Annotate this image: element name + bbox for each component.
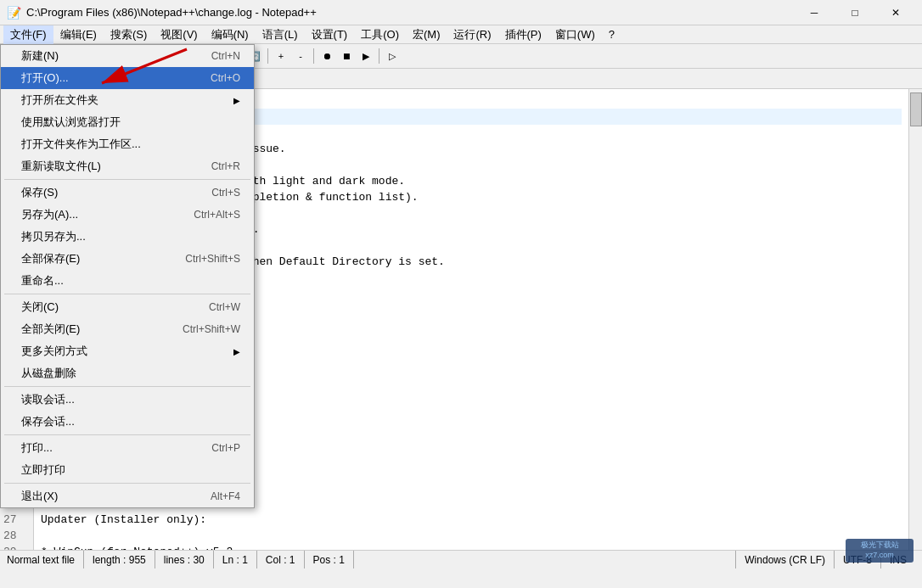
watermark-text: 极光下载站 xz7.com [861,540,899,560]
menu-shortcut: Ctrl+P [211,442,240,454]
menu-item-delete[interactable]: 从磁盘删除 [1,362,254,384]
menu-item-print[interactable]: 打印...Ctrl+P [1,437,254,459]
menu-item-label: 读取会话... [21,392,75,407]
status-pos: Pos : 1 [305,551,354,568]
menu-item-lang[interactable]: 语言(L) [256,25,305,44]
status-bar: Normal text file length : 955 lines : 30… [0,550,922,568]
tb-zoomin[interactable]: + [272,47,290,65]
menu-item-label: 更多关闭方式 [21,344,87,359]
menu-item-open-folder[interactable]: 打开所在文件夹▶ [1,89,254,111]
title-left: 📝 C:\Program Files (x86)\Notepad++\chang… [7,6,317,20]
menu-shortcut: Ctrl+Shift+S [185,253,240,265]
tb-run[interactable]: ▷ [383,47,402,65]
status-file-type: Normal text file [7,551,84,568]
vertical-scrollbar[interactable] [908,89,922,550]
submenu-arrow-icon: ▶ [233,347,240,356]
menu-shortcut: Ctrl+S [211,187,240,199]
menu-item-new[interactable]: 新建(N)Ctrl+N [1,45,254,67]
menu-item-run[interactable]: 运行(R) [447,25,498,44]
menu-item-label: 打开(O)... [21,70,69,86]
menu-separator [4,294,250,294]
menu-item-search[interactable]: 搜索(S) [104,25,154,44]
tb-sep-5 [267,48,268,64]
menu-item-label: 打开所在文件夹 [21,92,98,108]
tb-macro-play[interactable]: ▶ [357,47,375,65]
tb-zoomout[interactable]: - [291,47,310,65]
file-menu-dropdown: 新建(N)Ctrl+N打开(O)...Ctrl+O打开所在文件夹▶使用默认浏览器… [0,44,255,508]
editor-line: * WinGup (for Notepad++) v5.2 [41,544,902,550]
line-number: 28 [3,528,30,544]
menu-item-closeall[interactable]: 全部关闭(E)Ctrl+Shift+W [1,318,254,340]
maximize-button[interactable]: □ [835,0,874,25]
menu-shortcut: Ctrl+Alt+S [194,209,240,221]
menu-item-label: 保存会话... [21,414,75,429]
menu-item-reload[interactable]: 重新读取文件(L)Ctrl+R [1,155,254,177]
status-ln: Ln : 1 [214,551,257,568]
status-line-ending: Windows (CR LF) [736,551,835,568]
menu-item-label: 立即打印 [21,462,65,478]
app-icon: 📝 [7,6,21,20]
menu-item-label: 拷贝另存为... [21,229,86,244]
menu-item-edit[interactable]: 编辑(E) [53,25,104,44]
menu-item-printdirect[interactable]: 立即打印 [1,459,254,481]
tb-macro-rec[interactable]: ⏺ [318,47,336,65]
menu-shortcut: Ctrl+R [211,160,240,172]
menu-shortcut: Ctrl+O [211,72,240,84]
menu-separator [4,386,250,387]
tb-macro-stop[interactable]: ⏹ [337,47,356,65]
menu-item-label: 重命名... [21,273,64,288]
menu-item-saveall[interactable]: 全部保存(E)Ctrl+Shift+S [1,248,254,270]
menu-item-macro[interactable]: 宏(M) [406,25,447,44]
menu-item-settings[interactable]: 设置(T) [305,25,355,44]
menu-item-savecopy[interactable]: 拷贝另存为... [1,226,254,248]
status-length: length : 955 [84,551,155,568]
close-button[interactable]: ✕ [876,0,915,25]
submenu-arrow-icon: ▶ [233,96,240,105]
menu-shortcut: Ctrl+N [211,50,240,62]
menu-item-label: 全部保存(E) [21,251,80,266]
menu-item-exit[interactable]: 退出(X)Alt+F4 [1,485,254,507]
menu-item-view[interactable]: 视图(V) [154,25,204,44]
menu-item-help[interactable]: ? [602,25,621,44]
menu-item-label: 打开文件夹作为工作区... [21,137,141,152]
menu-separator [4,483,250,484]
menu-item-savesession[interactable]: 保存会话... [1,411,254,433]
menu-item-plugins[interactable]: 插件(P) [498,25,548,44]
menu-item-label: 使用默认浏览器打开 [21,115,121,130]
menu-shortcut: Ctrl+W [209,301,240,313]
watermark: 极光下载站 xz7.com [846,539,914,563]
line-number: 27 [3,512,30,528]
status-col: Col : 1 [257,551,305,568]
title-bar: 📝 C:\Program Files (x86)\Notepad++\chang… [0,0,922,25]
menu-item-label: 关闭(C) [21,300,59,315]
editor-line [41,528,902,544]
menu-item-file[interactable]: 文件(F) [3,25,53,44]
menu-item-rename[interactable]: 重命名... [1,270,254,292]
menu-item-label: 新建(N) [21,48,59,64]
tb-sep-6 [313,48,314,64]
menu-item-encode[interactable]: 编码(N) [205,25,256,44]
menu-item-label: 全部关闭(E) [21,322,80,337]
menu-item-loadsession[interactable]: 读取会话... [1,389,254,411]
menu-item-open[interactable]: 打开(O)...Ctrl+O [1,67,254,89]
menu-item-label: 从磁盘删除 [21,366,76,381]
menu-item-saveas[interactable]: 另存为(A)...Ctrl+Alt+S [1,204,254,226]
editor-line: Updater (Installer only): [41,512,902,528]
menu-separator [4,179,250,180]
menu-bar: 文件(F)编辑(E)搜索(S)视图(V)编码(N)语言(L)设置(T)工具(O)… [0,25,922,44]
menu-item-close[interactable]: 关闭(C)Ctrl+W [1,296,254,318]
tb-sep-7 [379,48,379,64]
menu-item-tools[interactable]: 工具(O) [354,25,406,44]
menu-item-open-default[interactable]: 使用默认浏览器打开 [1,111,254,133]
menu-item-open-folder-ws[interactable]: 打开文件夹作为工作区... [1,133,254,155]
menu-item-label: 保存(S) [21,185,58,200]
menu-item-save[interactable]: 保存(S)Ctrl+S [1,182,254,204]
scrollbar-thumb[interactable] [910,92,922,126]
menu-item-label: 另存为(A)... [21,207,78,222]
menu-item-closemore[interactable]: 更多关闭方式▶ [1,340,254,362]
menu-item-window[interactable]: 窗口(W) [548,25,602,44]
minimize-button[interactable]: ─ [795,0,834,25]
menu-shortcut: Alt+F4 [211,490,240,502]
line-number: 29 [3,544,30,550]
menu-item-label: 重新读取文件(L) [21,159,101,174]
